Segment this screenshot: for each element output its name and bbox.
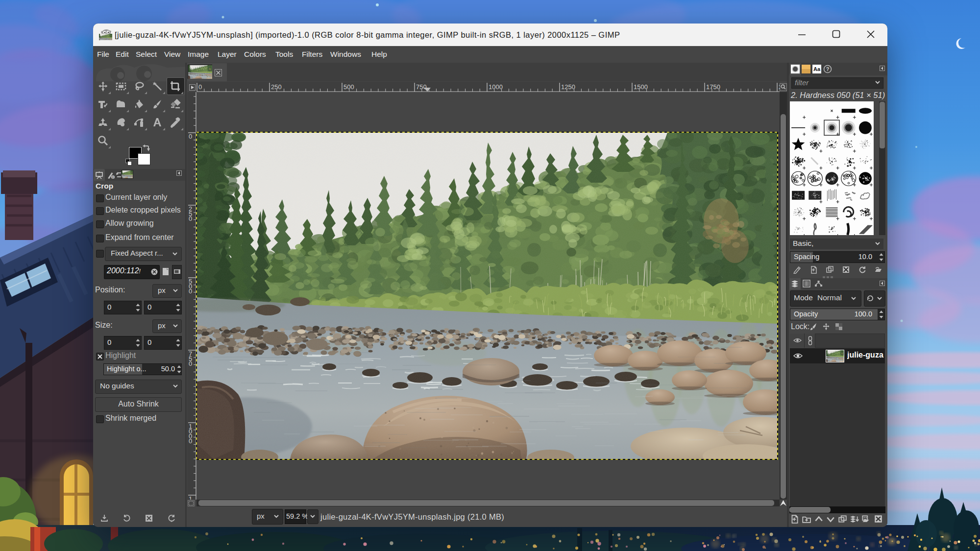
svg-text:0: 0 bbox=[189, 437, 192, 445]
svg-text:0: 0 bbox=[189, 215, 192, 222]
svg-text:1500: 1500 bbox=[634, 83, 648, 91]
svg-text:750: 750 bbox=[416, 83, 427, 91]
svg-text:1: 1 bbox=[189, 495, 192, 500]
svg-text:0: 0 bbox=[198, 83, 202, 91]
svg-text:250: 250 bbox=[271, 83, 282, 91]
svg-text:0: 0 bbox=[189, 133, 192, 140]
svg-text:?: ? bbox=[826, 66, 830, 72]
svg-text:1250: 1250 bbox=[561, 83, 575, 91]
svg-text:0: 0 bbox=[189, 287, 192, 295]
svg-text:500: 500 bbox=[343, 83, 354, 91]
svg-text:1000: 1000 bbox=[489, 83, 503, 91]
svg-text:i: i bbox=[113, 175, 114, 179]
svg-text:1750: 1750 bbox=[706, 83, 720, 91]
svg-text:0: 0 bbox=[189, 360, 192, 367]
